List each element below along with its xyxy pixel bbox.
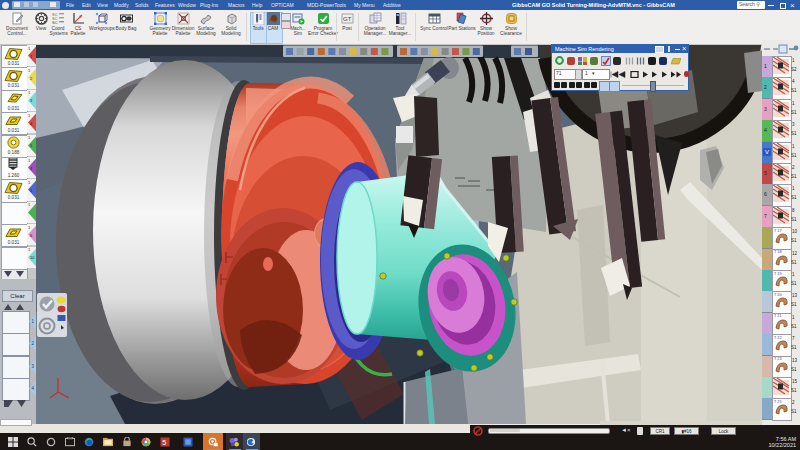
svg-text:5: 5: [162, 438, 166, 447]
svg-text:SC: SC: [52, 20, 58, 25]
svg-text:GT: GT: [343, 16, 352, 22]
